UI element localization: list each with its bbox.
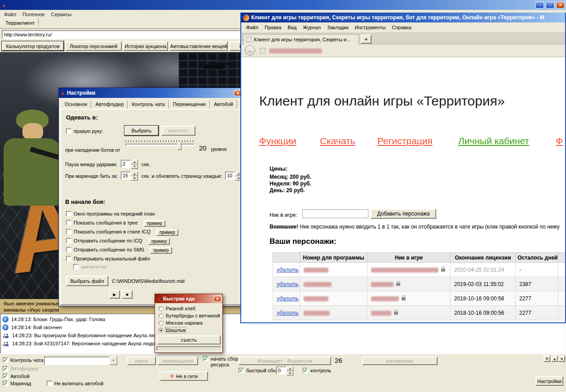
option-icq-send-checkbox[interactable]: ✓ Отправить сообщение по ICQ пример bbox=[66, 238, 170, 245]
example-button[interactable]: пример bbox=[144, 220, 166, 227]
chevron-down-icon[interactable]: ▼ bbox=[110, 357, 117, 365]
option-icq-style-checkbox[interactable]: ✓ Показать сообщения в стиле ICQ пример bbox=[66, 229, 178, 236]
choose-file-button[interactable]: Выбрать файл bbox=[66, 276, 108, 286]
stepper-up-icon[interactable]: ▲ bbox=[131, 172, 138, 176]
schedule-button[interactable]: расписание bbox=[362, 357, 438, 365]
refresh-stepper[interactable]: 10 ▲▼ bbox=[225, 172, 242, 180]
marinade-stepper[interactable]: 15 ▲▼ bbox=[121, 172, 138, 180]
panel-settings-button[interactable]: Настройки bbox=[535, 376, 563, 386]
link-personal-cabinet[interactable]: Личный кабинет bbox=[458, 136, 529, 146]
link-functions[interactable]: Функции bbox=[259, 136, 296, 146]
option-tray-checkbox[interactable]: ✓ Показать сообщения в трее пример bbox=[66, 220, 165, 227]
menu-file[interactable]: Файл bbox=[1, 11, 19, 18]
stop-button[interactable]: ■ bbox=[122, 290, 133, 299]
tab-autoboy[interactable]: Автобой bbox=[210, 100, 237, 109]
control-checkbox[interactable]: ✓ контроль bbox=[303, 368, 331, 374]
add-character-button[interactable]: Добавить персонажа bbox=[371, 209, 436, 219]
map-button[interactable]: карта bbox=[127, 357, 156, 365]
close-button[interactable]: ✕ bbox=[556, 1, 565, 9]
slider-thumb[interactable] bbox=[177, 142, 181, 150]
move-button[interactable]: перемещение bbox=[158, 357, 198, 365]
radio-meat-cuts[interactable]: Мясная нарезка bbox=[159, 320, 203, 326]
bot-level-slider[interactable] bbox=[125, 140, 195, 151]
slider-track[interactable] bbox=[125, 144, 195, 146]
tab-auto-listing[interactable]: Автовыставление вещей bbox=[169, 41, 228, 51]
stepper-up-icon[interactable]: ▲ bbox=[287, 366, 293, 371]
marinade-checkbox[interactable]: ✓ Маринад bbox=[3, 381, 31, 387]
start-collect-checkbox[interactable]: ✓ начать сбор ресурса bbox=[203, 356, 238, 368]
offline-button[interactable]: ✳ Не в сети bbox=[159, 371, 208, 381]
cyclic-checkbox[interactable]: ✓ циклически bbox=[73, 264, 107, 270]
delete-link[interactable]: удалить bbox=[277, 281, 299, 287]
delete-link[interactable]: удалить bbox=[277, 295, 299, 302]
delete-link[interactable]: удалить bbox=[277, 310, 299, 316]
delete-link[interactable]: удалить bbox=[277, 267, 299, 273]
option-sms-checkbox[interactable]: ✓ Отправить сообщение по SMS пример bbox=[66, 247, 172, 254]
redacted-number bbox=[304, 296, 328, 301]
redacted-number bbox=[304, 282, 332, 287]
ff-menu-edit[interactable]: Правка bbox=[261, 24, 284, 31]
fast-food-close-button[interactable]: ✕ bbox=[214, 295, 221, 302]
link-download[interactable]: Скачать bbox=[320, 136, 355, 146]
panel-up-button[interactable]: ▲ bbox=[551, 356, 558, 362]
panel-down-button[interactable]: ▼ bbox=[558, 356, 565, 362]
ff-menu-history[interactable]: Журнал bbox=[300, 24, 324, 31]
url-redacted[interactable] bbox=[269, 48, 322, 53]
example-button[interactable]: пример bbox=[148, 238, 170, 245]
chat-control-checkbox[interactable]: ✓ Контроль чата bbox=[3, 357, 43, 363]
option-music-checkbox[interactable]: ✓ Проигрывать музыкальный файл bbox=[66, 256, 150, 262]
play-button[interactable]: ▶ bbox=[109, 290, 120, 299]
option-foreground-checkbox[interactable]: ✓ Окно программы на передний план bbox=[66, 211, 155, 217]
no-autoboy-checkbox[interactable]: ✓ Не включать автобой bbox=[47, 381, 103, 387]
ff-menu-bookmarks[interactable]: Закладки bbox=[324, 24, 352, 31]
eat-button[interactable]: съесть bbox=[157, 335, 221, 344]
tab-movement[interactable]: Перемещение bbox=[169, 100, 210, 109]
tab-terraclient[interactable]: Терраклиент bbox=[1, 18, 39, 26]
stepper-down-icon[interactable]: ▼ bbox=[131, 176, 138, 181]
tab-product-calculator[interactable]: Калькулятор продуктов bbox=[2, 41, 64, 51]
choose-button[interactable]: Выбрать bbox=[124, 126, 159, 136]
ff-menu-file[interactable]: Файл bbox=[243, 24, 261, 31]
stepper-up-icon[interactable]: ▲ bbox=[131, 160, 138, 164]
pause-stepper[interactable]: 2 ▲▼ bbox=[121, 160, 138, 168]
example-button[interactable]: пример bbox=[150, 247, 172, 254]
tab-chat-control[interactable]: Контроль чата bbox=[128, 100, 168, 109]
fast-collect-checkbox[interactable]: ✓ быстрый сбор bbox=[239, 368, 279, 374]
radio-rye-bread[interactable]: Ржаной хлеб bbox=[159, 306, 195, 311]
pharma-resource-button[interactable]: Фармацевт - Водоросли bbox=[239, 357, 331, 365]
combo-field[interactable] bbox=[44, 357, 110, 365]
radio-sandwiches[interactable]: Бутерброды с ветчиной bbox=[159, 313, 220, 318]
fast-collect-stepper[interactable]: 0 ▲▼ bbox=[276, 366, 293, 374]
terraclient-titlebar: ▲ ─ □ ✕ bbox=[0, 0, 566, 10]
ff-menu-tools[interactable]: Инструменты bbox=[352, 24, 389, 31]
stepper-down-icon[interactable]: ▼ bbox=[131, 164, 138, 169]
table-row: удалить 2010-04-25 01:01:24 - bbox=[273, 263, 566, 277]
chat-control-combobox[interactable]: ▼ bbox=[44, 357, 117, 365]
firefox-active-tab[interactable]: Клиент для игры территория, Секреты и... bbox=[243, 34, 359, 44]
tab-auction-history[interactable]: История аукциона bbox=[123, 41, 168, 51]
nick-input[interactable] bbox=[302, 209, 368, 218]
right-hand-checkbox[interactable]: ✓ правую руку: bbox=[66, 128, 103, 134]
ff-menu-view[interactable]: Вид bbox=[284, 24, 300, 31]
link-clipped[interactable]: Ф bbox=[556, 136, 563, 146]
radio-shashlik[interactable]: Шашлык bbox=[159, 327, 186, 333]
link-registration[interactable]: Регистрация bbox=[377, 136, 433, 146]
stepper-down-icon[interactable]: ▼ bbox=[287, 371, 293, 375]
game-text-fragment: кинжалы «Укус скорпи bbox=[4, 307, 59, 313]
back-button[interactable]: ← bbox=[245, 45, 255, 56]
example-button[interactable]: пример bbox=[156, 229, 178, 236]
tab-autofluder[interactable]: Автофлудер bbox=[91, 100, 128, 109]
tab-main[interactable]: Основное bbox=[61, 100, 91, 109]
menu-services[interactable]: Сервисы bbox=[48, 11, 75, 18]
menu-useful[interactable]: Полезное bbox=[19, 11, 48, 18]
autofluder-checkbox[interactable]: ✓ Автофлудер bbox=[3, 366, 39, 372]
maximize-button[interactable]: □ bbox=[546, 1, 554, 9]
level-suffix: уровня bbox=[211, 146, 227, 152]
new-tab-button[interactable]: + bbox=[361, 35, 371, 44]
tab-character-locator[interactable]: Локатор персонажей bbox=[65, 41, 122, 51]
autoboy-checkbox[interactable]: ✓ Автобой bbox=[3, 374, 30, 379]
panel-close-button[interactable]: ✕ bbox=[544, 356, 550, 362]
clear-button[interactable]: очистить bbox=[161, 126, 195, 136]
ff-menu-help[interactable]: Справка bbox=[389, 24, 414, 31]
minimize-button[interactable]: ─ bbox=[535, 1, 544, 9]
